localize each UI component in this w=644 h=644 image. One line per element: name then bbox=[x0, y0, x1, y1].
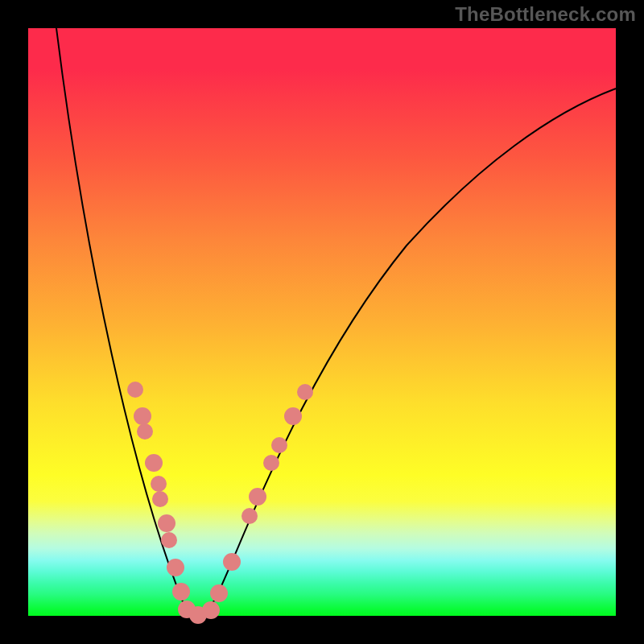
curve-marker bbox=[223, 553, 241, 571]
curve-marker bbox=[158, 514, 175, 532]
chart-frame: TheBottleneck.com bbox=[0, 0, 644, 644]
curve-marker bbox=[161, 532, 177, 548]
curve-markers bbox=[127, 382, 313, 624]
curve-marker bbox=[242, 508, 258, 524]
curve-marker bbox=[172, 583, 190, 601]
curve-marker bbox=[202, 601, 220, 619]
curve-marker bbox=[249, 488, 266, 506]
curve-marker bbox=[127, 382, 143, 398]
bottleneck-curve bbox=[56, 28, 616, 615]
chart-svg bbox=[28, 28, 616, 616]
curve-marker bbox=[145, 454, 163, 472]
curve-marker bbox=[297, 384, 313, 400]
curve-marker bbox=[284, 407, 302, 425]
plot-area bbox=[28, 28, 616, 616]
curve-marker bbox=[271, 437, 287, 453]
curve-marker bbox=[210, 584, 228, 602]
curve-marker bbox=[137, 423, 153, 440]
curve-marker bbox=[151, 476, 167, 492]
curve-marker bbox=[152, 491, 168, 507]
curve-marker bbox=[263, 455, 279, 471]
watermark-text: TheBottleneck.com bbox=[455, 3, 636, 26]
curve-marker bbox=[134, 407, 151, 425]
curve-marker bbox=[167, 559, 184, 576]
